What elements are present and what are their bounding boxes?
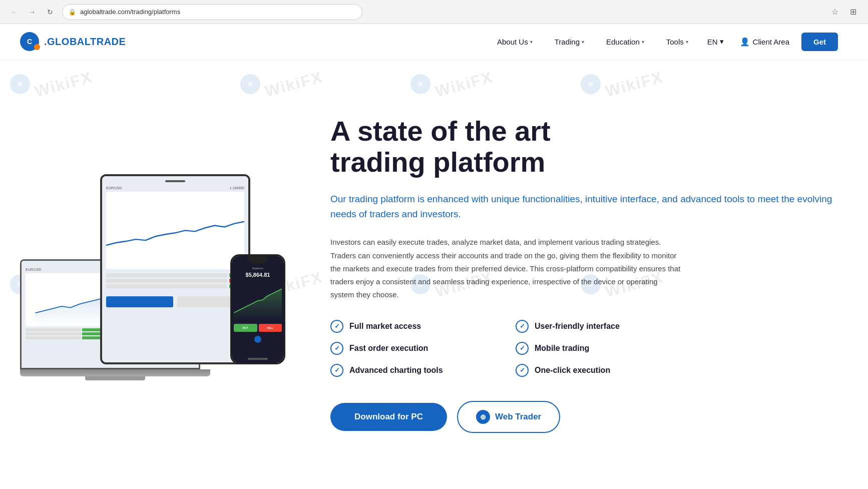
download-for-pc-button[interactable]: Download for PC: [330, 403, 447, 431]
phone-chart-svg: [234, 281, 282, 321]
feature-label-mobile-trading: Mobile trading: [535, 344, 589, 353]
check-icon-user-friendly-interface: ✓: [516, 320, 529, 333]
web-trader-icon: ⊕: [476, 410, 490, 424]
laptop-stand: [85, 376, 145, 380]
cta-buttons: Download for PC ⊕ Web Trader: [330, 401, 838, 433]
tablet-screen: EUR/USD 1.189460: [100, 174, 250, 364]
tablet-chart: [106, 192, 244, 269]
feature-advanced-charting-tools: ✓ Advanced charting tools: [330, 364, 486, 377]
browser-chrome: ← → ↻ 🔒 aglobaltrade.com/trading/platfor…: [0, 0, 868, 24]
hero-description: Investors can easily execute trades, ana…: [330, 236, 681, 301]
feature-fast-order-execution: ✓ Fast order execution: [330, 342, 486, 355]
browser-actions: ☆ ⊞: [828, 5, 860, 19]
nav-item-education[interactable]: Education ▾: [595, 34, 655, 50]
devices-illustration: EUR/USD 1.189460: [20, 144, 300, 404]
logo-icon: C: [20, 32, 39, 51]
nav-item-about-us[interactable]: About Us ▾: [486, 34, 544, 50]
feature-full-market-access: ✓ Full market access: [330, 320, 486, 333]
phone-balance-value: $5,864.81: [234, 272, 282, 278]
phone-trade-buttons: BUY SELL: [234, 324, 282, 332]
check-icon-mobile-trading: ✓: [516, 342, 529, 355]
web-trader-button[interactable]: ⊕ Web Trader: [457, 401, 560, 433]
person-icon: 👤: [740, 37, 750, 47]
get-started-button[interactable]: Get: [801, 33, 838, 51]
devices-section: EUR/USD 1.189460: [20, 144, 310, 404]
hero-subtitle: Our trading platform is enhanced with un…: [330, 192, 838, 222]
nav-item-tools[interactable]: Tools ▾: [655, 34, 699, 50]
tablet-chart-svg: [106, 192, 244, 269]
back-button[interactable]: ←: [8, 6, 20, 18]
bookmark-icon[interactable]: ☆: [828, 5, 842, 19]
check-icon-full-market-access: ✓: [330, 320, 343, 333]
feature-label-full-market-access: Full market access: [349, 322, 421, 331]
device-tablet: EUR/USD 1.189460: [100, 174, 250, 364]
check-icon-fast-order-execution: ✓: [330, 342, 343, 355]
chevron-down-icon: ▾: [582, 39, 584, 45]
main-content: EUR/USD 1.189460: [0, 59, 868, 489]
nav-language[interactable]: EN ▾: [699, 33, 732, 50]
url-text: aglobaltrade.com/trading/platforms: [80, 8, 356, 16]
phone-screen-content: Balance $5,864.81: [232, 256, 284, 363]
tablet-buttons: [106, 296, 244, 307]
phone-home-indicator: [248, 358, 268, 360]
navbar: C .GLOBALTRADE About Us ▾ Trading ▾ Educ…: [0, 24, 868, 59]
feature-user-friendly-interface: ✓ User-friendly interface: [516, 320, 671, 333]
feature-one-click-execution: ✓ One-click execution: [516, 364, 671, 377]
address-bar[interactable]: 🔒 aglobaltrade.com/trading/platforms: [62, 4, 362, 20]
svg-marker-1: [234, 289, 282, 320]
feature-label-fast-order-execution: Fast order execution: [349, 344, 428, 353]
check-icon-advanced-charting-tools: ✓: [330, 364, 343, 377]
phone-balance-label: Balance: [234, 267, 282, 270]
logo-text: .GLOBALTRADE: [44, 36, 126, 48]
tablet-screen-content: EUR/USD 1.189460: [102, 176, 248, 362]
device-phone: Balance $5,864.81: [230, 254, 285, 364]
check-icon-one-click-execution: ✓: [516, 364, 529, 377]
phone-notch: [248, 256, 268, 264]
nav-item-trading[interactable]: Trading ▾: [544, 34, 595, 50]
logo[interactable]: C .GLOBALTRADE: [20, 32, 126, 51]
page-wrapper: W WikiFX W WikiFX W WikiFX W WikiFX W Wi…: [0, 24, 868, 489]
extensions-icon[interactable]: ⊞: [846, 5, 860, 19]
feature-label-one-click-execution: One-click execution: [535, 366, 610, 375]
right-content: A state of the art trading platform Our …: [310, 116, 838, 432]
feature-label-user-friendly-interface: User-friendly interface: [535, 322, 620, 331]
nav-client-area[interactable]: 👤 Client Area: [732, 33, 797, 51]
phone-screen: Balance $5,864.81: [230, 254, 285, 364]
phone-home-dot: [254, 336, 261, 343]
feature-label-advanced-charting-tools: Advanced charting tools: [349, 366, 443, 375]
chevron-down-icon: ▾: [642, 39, 644, 45]
nav-links: About Us ▾ Trading ▾ Education ▾ Tools ▾…: [486, 33, 838, 51]
chevron-down-icon: ▾: [530, 39, 533, 45]
laptop-base: [20, 369, 210, 376]
tablet-screen-header: EUR/USD 1.189460: [106, 186, 244, 190]
tablet-side-panel: [106, 273, 244, 288]
feature-mobile-trading: ✓ Mobile trading: [516, 342, 671, 355]
lock-icon: 🔒: [69, 9, 76, 16]
hero-title: A state of the art trading platform: [330, 116, 838, 177]
refresh-button[interactable]: ↻: [44, 6, 56, 18]
chevron-down-icon: ▾: [686, 39, 688, 45]
phone-chart: [234, 281, 282, 321]
chevron-down-icon: ▾: [720, 37, 724, 46]
features-grid: ✓ Full market access ✓ User-friendly int…: [330, 320, 671, 377]
forward-button[interactable]: →: [26, 6, 38, 18]
